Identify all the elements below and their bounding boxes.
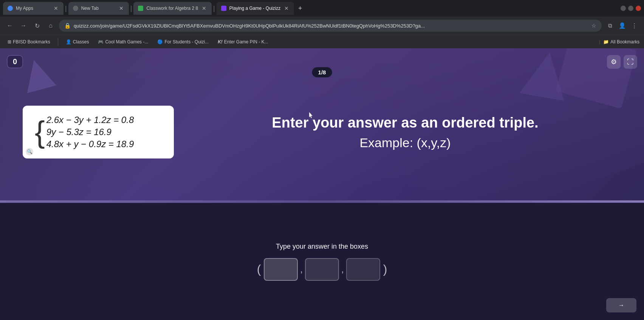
open-bracket-symbol: ( bbox=[255, 262, 263, 276]
reload-button[interactable]: ↻ bbox=[32, 20, 42, 31]
bookmark-fbisd[interactable]: ⊞ FBISD Bookmarks bbox=[5, 38, 53, 46]
tab-title-my-apps: My Apps bbox=[16, 6, 50, 11]
score-value: 0 bbox=[13, 57, 17, 66]
tab-my-apps[interactable]: My Apps ✕ bbox=[3, 2, 63, 15]
tab-title-quizizz: Playing a Game - Quizizz bbox=[229, 6, 280, 11]
tab-quizizz[interactable]: Playing a Game - Quizizz ✕ bbox=[217, 2, 294, 15]
back-icon: ← bbox=[7, 22, 13, 29]
bookmark-cool-math[interactable]: 🎮 Cool Math Games -... bbox=[95, 38, 151, 46]
browser-action-buttons: ⧉ 👤 ⋮ bbox=[605, 20, 639, 31]
equation-line-2: 9y − 5.3z = 16.9 bbox=[46, 127, 134, 137]
new-tab-icon: + bbox=[298, 5, 302, 12]
eq-line-1-text: 2.6x − 3y + 1.2z = 0.8 bbox=[46, 115, 134, 125]
profile-avatar-icon: 👤 bbox=[619, 22, 626, 29]
classes-icon: 👤 bbox=[66, 39, 71, 45]
extensions-puzzle-icon: ⧉ bbox=[608, 22, 612, 29]
tab-classwork[interactable]: Classwork for Algebra 2 8 ✕ bbox=[133, 2, 212, 15]
instruction-line1: Enter your answer as an ordered triple. bbox=[272, 115, 538, 131]
equation-line-1: 2.6x − 3y + 1.2z = 0.8 bbox=[46, 115, 134, 125]
for-students-label: For Students - Quizi... bbox=[164, 39, 209, 45]
equation-box: { 2.6x − 3y + 1.2z = 0.8 9y − 5.3z = 16.… bbox=[23, 106, 174, 158]
fullscreen-button[interactable]: ⛶ bbox=[624, 55, 637, 69]
eq-line-3-text: 4.8x + y − 0.9z = 18.9 bbox=[46, 139, 134, 149]
answer-instruction-text: Type your answer in the boxes bbox=[276, 243, 368, 251]
close-tab-new-tab[interactable]: ✕ bbox=[118, 5, 124, 11]
browser-window: My Apps ✕ | New Tab ✕ | Classwork for Al… bbox=[0, 0, 644, 320]
bookmark-separator-1 bbox=[58, 38, 58, 46]
tab-separator-1: | bbox=[65, 5, 67, 12]
instruction-area: Enter your answer as an ordered triple. … bbox=[189, 114, 621, 150]
answer-input-y[interactable] bbox=[305, 258, 339, 281]
kebab-menu-icon: ⋮ bbox=[632, 22, 637, 29]
next-button[interactable]: → bbox=[606, 298, 636, 312]
tab-new-tab[interactable]: New Tab ✕ bbox=[68, 2, 129, 15]
close-tab-quizizz[interactable]: ✕ bbox=[283, 5, 289, 11]
equation-brace: { bbox=[35, 117, 45, 147]
for-students-icon: 🔵 bbox=[157, 39, 163, 45]
comma-symbol-2: , bbox=[341, 264, 345, 275]
comma-symbol-1: , bbox=[299, 264, 303, 275]
next-arrow-icon: → bbox=[618, 302, 624, 308]
settings-button[interactable]: ⚙ bbox=[607, 55, 621, 69]
next-button-area: → bbox=[606, 298, 636, 312]
folder-icon: 📁 bbox=[603, 39, 609, 45]
all-bookmarks-label[interactable]: All Bookmarks bbox=[610, 39, 639, 45]
maximize-btn[interactable] bbox=[628, 6, 633, 11]
extensions-icon[interactable]: ⧉ bbox=[605, 20, 615, 31]
answer-instruction-label: Type your answer in the boxes bbox=[276, 243, 368, 250]
bookmark-enter-game-pin[interactable]: K! Enter Game PIN - K... bbox=[215, 38, 271, 46]
url-bar[interactable]: 🔒 quizizz.com/join/game/U2FsdGVkX19ZlUBl… bbox=[59, 20, 602, 32]
home-icon: ⌂ bbox=[49, 22, 53, 29]
favicon-new-tab bbox=[73, 6, 78, 11]
classes-label: Classes bbox=[73, 39, 89, 45]
reload-icon: ↻ bbox=[35, 22, 40, 29]
lock-icon: 🔒 bbox=[64, 23, 71, 29]
favicon-quizizz bbox=[221, 6, 226, 11]
profile-icon[interactable]: 👤 bbox=[617, 20, 627, 31]
home-button[interactable]: ⌂ bbox=[45, 20, 56, 31]
close-bracket-symbol: ) bbox=[382, 262, 389, 276]
back-button[interactable]: ← bbox=[5, 20, 15, 31]
address-bar: ← → ↻ ⌂ 🔒 quizizz.com/join/game/U2FsdGVk… bbox=[0, 17, 644, 35]
score-badge: 0 bbox=[7, 55, 23, 68]
new-tab-button[interactable]: + bbox=[295, 3, 305, 14]
answer-input-x[interactable] bbox=[264, 258, 298, 281]
equation-lines: 2.6x − 3y + 1.2z = 0.8 9y − 5.3z = 16.9 … bbox=[46, 115, 134, 149]
forward-icon: → bbox=[20, 22, 26, 29]
progress-text: 1/8 bbox=[318, 69, 326, 75]
close-btn[interactable] bbox=[636, 6, 641, 11]
equation-content: { 2.6x − 3y + 1.2z = 0.8 9y − 5.3z = 16.… bbox=[35, 115, 162, 149]
zoom-icon[interactable]: 🔍 bbox=[26, 148, 33, 155]
enter-game-pin-label: Enter Game PIN - K... bbox=[224, 39, 268, 45]
answer-input-row: ( , , ) bbox=[255, 258, 389, 281]
favicon-my-apps bbox=[8, 6, 13, 11]
all-bookmarks-area: | 📁 All Bookmarks bbox=[599, 39, 639, 45]
bookmark-for-students[interactable]: 🔵 For Students - Quizi... bbox=[154, 38, 212, 46]
answer-input-z[interactable] bbox=[346, 258, 380, 281]
forward-button[interactable]: → bbox=[18, 20, 29, 31]
bookmark-classes[interactable]: 👤 Classes bbox=[63, 38, 92, 46]
cool-math-label: Cool Math Games -... bbox=[105, 39, 148, 45]
tab-title-new-tab: New Tab bbox=[81, 6, 115, 11]
fbisd-grid-icon: ⊞ bbox=[8, 39, 11, 45]
close-tab-classwork[interactable]: ✕ bbox=[201, 5, 207, 11]
quizizz-game-area: 0 ⚙ ⛶ 1/8 { 2.6x − 3y + 1.2z = bbox=[0, 48, 644, 320]
tab-separator-3: | bbox=[213, 5, 215, 12]
more-options-button[interactable]: ⋮ bbox=[629, 20, 639, 31]
question-answer-divider bbox=[0, 200, 644, 203]
answer-area: Type your answer in the boxes ( , , ) bbox=[0, 203, 644, 320]
window-controls bbox=[621, 6, 641, 11]
url-action-icons: ☆ bbox=[591, 23, 596, 29]
cool-math-icon: 🎮 bbox=[98, 39, 104, 45]
settings-gear-icon: ⚙ bbox=[611, 58, 617, 66]
instruction-example-text: Example: (x,y,z) bbox=[189, 135, 621, 150]
fbisd-label: FBISD Bookmarks bbox=[13, 39, 50, 45]
instruction-main-text: Enter your answer as an ordered triple. bbox=[189, 114, 621, 132]
progress-badge: 1/8 bbox=[312, 67, 332, 77]
tab-title-classwork: Classwork for Algebra 2 8 bbox=[146, 6, 198, 11]
minimize-btn[interactable] bbox=[621, 6, 626, 11]
star-icon[interactable]: ☆ bbox=[591, 23, 596, 29]
tab-bar: My Apps ✕ | New Tab ✕ | Classwork for Al… bbox=[0, 0, 644, 17]
url-text: quizizz.com/join/game/U2FsdGVkX19ZlUBlCm… bbox=[74, 23, 588, 29]
close-tab-my-apps[interactable]: ✕ bbox=[53, 5, 59, 11]
